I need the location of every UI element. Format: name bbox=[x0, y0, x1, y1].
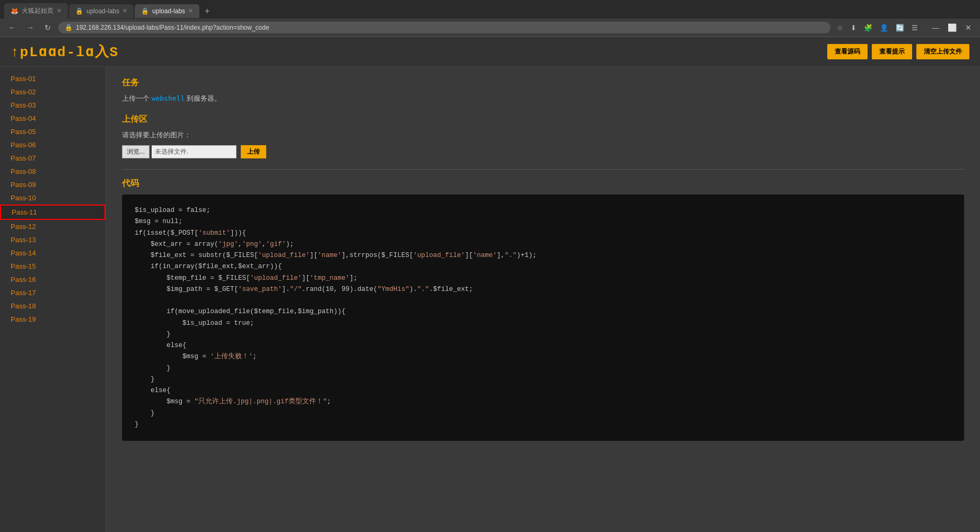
sidebar-item-pass18[interactable]: Pass-18 bbox=[0, 299, 106, 313]
sidebar-item-pass15[interactable]: Pass-15 bbox=[0, 260, 106, 273]
code-line-7: $temp_file = $_FILES['upload_file']['tmp… bbox=[135, 273, 951, 284]
code-line-3: if(isset($_POST['submit'])){ bbox=[135, 228, 951, 239]
profile-icon[interactable]: 👤 bbox=[878, 23, 890, 33]
view-source-button[interactable]: 查看源码 bbox=[827, 44, 868, 59]
back-button[interactable]: ← bbox=[5, 22, 19, 33]
task-description: 上传一个 webshell 到服务器。 bbox=[122, 94, 964, 103]
code-line-1: $is_upload = false; bbox=[135, 205, 951, 216]
header-buttons: 查看源码 查看提示 清空上传文件 bbox=[827, 44, 969, 59]
browser-actions: ☆ ⬇ 🧩 👤 🔄 ☰ bbox=[835, 23, 920, 33]
browse-button[interactable]: 浏览... bbox=[122, 145, 150, 158]
forward-button[interactable]: → bbox=[23, 22, 37, 33]
code-line-8: $img_path = $_GET['save_path']."/".rand(… bbox=[135, 284, 951, 295]
code-line-2: $msg = null; bbox=[135, 216, 951, 227]
maximize-button[interactable]: ⬜ bbox=[944, 22, 960, 33]
upload-section: 上传区 请选择要上传的图片： 浏览... 未选择文件. 上传 bbox=[122, 114, 964, 158]
code-line-13: else{ bbox=[135, 340, 951, 351]
code-line-14: $msg = '上传失败！'; bbox=[135, 351, 951, 362]
sidebar-item-pass12[interactable]: Pass-12 bbox=[0, 220, 106, 233]
sidebar-item-pass16[interactable]: Pass-16 bbox=[0, 273, 106, 286]
code-box: $is_upload = false; $msg = null; if(isse… bbox=[122, 194, 964, 441]
code-line-11: $is_upload = true; bbox=[135, 318, 951, 329]
sidebar: Pass-01 Pass-02 Pass-03 Pass-04 Pass-05 … bbox=[0, 67, 106, 532]
app-header: ↑pLɑɑd-lɑ入S 查看源码 查看提示 清空上传文件 bbox=[0, 37, 980, 67]
extensions-icon[interactable]: 🧩 bbox=[862, 23, 874, 33]
upload-submit-button[interactable]: 上传 bbox=[241, 145, 266, 158]
content-area: 任务 上传一个 webshell 到服务器。 上传区 请选择要上传的图片： 浏览… bbox=[106, 67, 980, 532]
code-line-12: } bbox=[135, 329, 951, 340]
menu-icon[interactable]: ☰ bbox=[909, 23, 920, 33]
divider bbox=[122, 169, 964, 170]
sidebar-item-pass13[interactable]: Pass-13 bbox=[0, 233, 106, 246]
tab-label-3: upload-labs bbox=[152, 7, 185, 15]
sidebar-item-pass14[interactable]: Pass-14 bbox=[0, 246, 106, 260]
code-line-6: if(in_array($file_ext,$ext_arr)){ bbox=[135, 261, 951, 272]
tab-upload-labs-1[interactable]: 🔒 upload-labs ✕ bbox=[69, 4, 134, 18]
tab-label-2: upload-labs bbox=[86, 7, 119, 15]
tab-close-2[interactable]: ✕ bbox=[122, 7, 127, 14]
window-controls: — ⬜ ✕ bbox=[929, 22, 975, 33]
upload-controls: 浏览... 未选择文件. 上传 bbox=[122, 145, 964, 158]
minimize-button[interactable]: — bbox=[929, 22, 942, 33]
tab-close-1[interactable]: ✕ bbox=[57, 7, 62, 14]
browser-chrome: 🦊 火狐起始页 ✕ 🔒 upload-labs ✕ 🔒 upload-labs … bbox=[0, 0, 980, 37]
sidebar-item-pass10[interactable]: Pass-10 bbox=[0, 191, 106, 205]
code-line-17: else{ bbox=[135, 385, 951, 396]
upload-title: 上传区 bbox=[122, 114, 964, 125]
close-window-button[interactable]: ✕ bbox=[962, 22, 975, 33]
refresh-button[interactable]: ↻ bbox=[41, 22, 54, 33]
tab-upload-labs-2[interactable]: 🔒 upload-labs ✕ bbox=[135, 4, 199, 18]
task-prefix: 上传一个 bbox=[122, 94, 152, 102]
sidebar-item-pass03[interactable]: Pass-03 bbox=[0, 99, 106, 112]
task-title: 任务 bbox=[122, 77, 964, 88]
sidebar-item-pass02[interactable]: Pass-02 bbox=[0, 85, 106, 99]
code-line-16: } bbox=[135, 374, 951, 385]
code-line-19: } bbox=[135, 408, 951, 419]
code-line-5: $file_ext = substr($_FILES['upload_file'… bbox=[135, 250, 951, 261]
sidebar-item-pass07[interactable]: Pass-07 bbox=[0, 152, 106, 165]
sidebar-item-pass17[interactable]: Pass-17 bbox=[0, 286, 106, 299]
code-title: 代码 bbox=[122, 178, 964, 189]
tab-close-3[interactable]: ✕ bbox=[188, 7, 193, 14]
code-section: 代码 $is_upload = false; $msg = null; if(i… bbox=[122, 178, 964, 441]
clear-uploads-button[interactable]: 清空上传文件 bbox=[916, 44, 969, 59]
main-layout: Pass-01 Pass-02 Pass-03 Pass-04 Pass-05 … bbox=[0, 67, 980, 532]
code-line-10: if(move_uploaded_file($temp_file,$img_pa… bbox=[135, 306, 951, 317]
tab-bar: 🦊 火狐起始页 ✕ 🔒 upload-labs ✕ 🔒 upload-labs … bbox=[0, 0, 980, 19]
sidebar-item-pass11[interactable]: Pass-11 bbox=[0, 205, 106, 220]
task-webshell: webshell bbox=[152, 94, 185, 102]
view-hint-button[interactable]: 查看提示 bbox=[872, 44, 912, 59]
file-name-display: 未选择文件. bbox=[152, 145, 237, 158]
code-line-4: $ext_arr = array('jpg','png','gif'); bbox=[135, 239, 951, 250]
tab-icon-3: 🔒 bbox=[141, 7, 149, 15]
tab-icon-2: 🔒 bbox=[75, 7, 83, 15]
tab-firefox-start[interactable]: 🦊 火狐起始页 ✕ bbox=[4, 3, 68, 19]
sidebar-item-pass05[interactable]: Pass-05 bbox=[0, 125, 106, 138]
code-line-20: } bbox=[135, 419, 951, 430]
sidebar-item-pass19[interactable]: Pass-19 bbox=[0, 313, 106, 326]
bookmarks-icon[interactable]: ☆ bbox=[835, 23, 845, 33]
sidebar-item-pass04[interactable]: Pass-04 bbox=[0, 112, 106, 125]
url-text: 192.168.226.134/upload-labs/Pass-11/inde… bbox=[76, 24, 824, 31]
sidebar-item-pass06[interactable]: Pass-06 bbox=[0, 138, 106, 152]
app-logo: ↑pLɑɑd-lɑ入S bbox=[11, 42, 119, 61]
code-line-18: $msg = "只允许上传.jpg|.png|.gif类型文件！"; bbox=[135, 396, 951, 407]
sidebar-item-pass08[interactable]: Pass-08 bbox=[0, 165, 106, 178]
code-line-15: } bbox=[135, 363, 951, 374]
upload-label: 请选择要上传的图片： bbox=[122, 130, 964, 140]
sync-icon[interactable]: 🔄 bbox=[894, 23, 906, 33]
new-tab-button[interactable]: + bbox=[200, 5, 214, 17]
tab-firefox-label: 火狐起始页 bbox=[22, 6, 54, 15]
sidebar-item-pass09[interactable]: Pass-09 bbox=[0, 178, 106, 191]
lock-icon: 🔒 bbox=[65, 24, 73, 31]
downloads-icon[interactable]: ⬇ bbox=[848, 23, 859, 33]
code-line-9 bbox=[135, 295, 951, 306]
address-bar: ← → ↻ 🔒 192.168.226.134/upload-labs/Pass… bbox=[0, 19, 980, 37]
url-bar[interactable]: 🔒 192.168.226.134/upload-labs/Pass-11/in… bbox=[58, 22, 830, 33]
task-suffix: 到服务器。 bbox=[185, 94, 221, 102]
sidebar-item-pass01[interactable]: Pass-01 bbox=[0, 72, 106, 85]
tab-firefox-icon: 🦊 bbox=[11, 7, 19, 15]
